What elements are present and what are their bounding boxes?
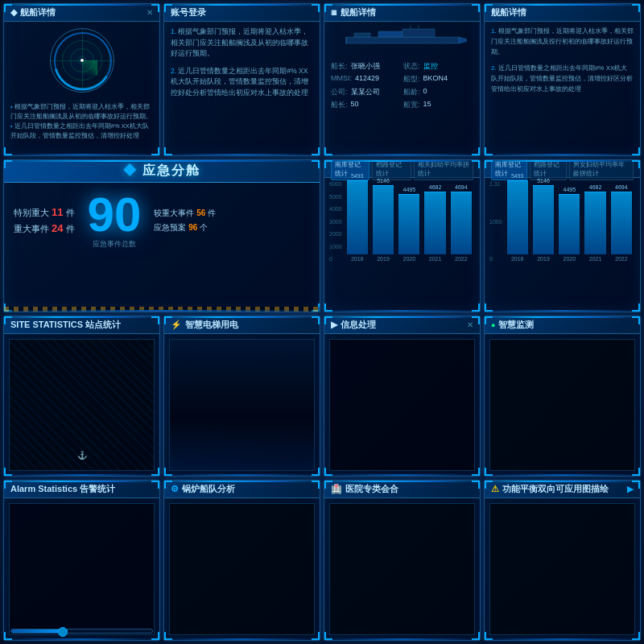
emergency-stats-left: 特别重大 11 件 重大事件 24 件 <box>14 206 75 235</box>
bar-group-2-2021: 4682 2021 <box>584 184 605 262</box>
login-content: 1. 根据气象部门预报，近期将迎入枯水季，相关部门应关注船舶搁浅及从初的临哪事故… <box>164 22 320 104</box>
site-stats-panel: SITE STATISTICS 站点统计 ⚓ <box>3 316 160 477</box>
site-stats-icon: ⚓ <box>77 451 87 460</box>
vessel-detail-header-2: ▦ 舰船详情 <box>324 4 480 22</box>
chart-panel-2: 南库登记统计 档路登记统计 男女妇幼平均率年龄拼统计 1.31 1000 0 5… <box>484 159 641 312</box>
emergency-content: 特别重大 11 件 重大事件 24 件 90 应急事件总数 较重大事件 56 件 <box>4 183 320 258</box>
smart-detect-content <box>489 339 635 471</box>
hospital-panel: 🏥 医院专类会合 <box>324 480 481 641</box>
radar-display <box>50 28 114 93</box>
boiler-content <box>169 503 315 635</box>
bar-2-2020 <box>559 194 580 254</box>
info-process-panel: ▶ 信息处理 ✕ <box>324 316 481 477</box>
incident-title: ⚠ 功能平衡双向可应用图描绘 <box>491 483 609 495</box>
site-stats-inner <box>10 340 154 349</box>
vessel-detail-content-1: 根据气象部门预报，近期将迎入枯水季，相关部门应关注船舶搁浅及从初的临哪事故好运行… <box>4 99 159 144</box>
vessel-status-row: 状态: 监控 <box>403 61 473 72</box>
bar-2021 <box>424 192 445 254</box>
emergency-label: 应急事件总数 <box>93 239 136 250</box>
smart-power-panel: ⚡ 智慧电梯用电 <box>163 316 320 477</box>
vessel-type-row: 船型: BKON4 <box>403 74 473 85</box>
emergency-stat-1: 特别重大 11 件 <box>14 206 75 219</box>
chart-area-2: 1.31 1000 0 5493 2018 5146 2019 <box>485 178 640 312</box>
boiler-panel: ⚙ 锅炉船队分析 <box>163 480 320 641</box>
info-process-title: ▶ 信息处理 <box>331 319 376 331</box>
emergency-stat-2: 重大事件 24 件 <box>14 222 75 235</box>
emergency-big-number: 90 <box>88 191 142 239</box>
chart-yaxis-2: 1.31 1000 0 <box>489 181 504 262</box>
bar-2-2018 <box>507 180 528 254</box>
smart-power-content <box>169 339 315 471</box>
vessel-image-area <box>324 22 480 56</box>
vessel-mmsi-row: MMSI: 412429 <box>331 74 401 85</box>
vessel-info-grid: 船长: 张晓小强 状态: 监控 MMSI: 412429 船型: BKON4 公… <box>324 56 480 115</box>
bar-group-2018: 5493 2018 <box>347 173 368 262</box>
bar-chart-1: 5493 2018 5146 2019 4495 2020 <box>344 181 475 262</box>
hospital-title: 🏥 医院专类会合 <box>331 483 398 495</box>
login-item-1: 1. 根据气象部门预报，近期将迎入枯水季，相关部门应关注船舶搁浅及从初的临哪事故… <box>171 27 313 60</box>
chart-tab-dang-2[interactable]: 档路登记统计 <box>530 159 566 180</box>
emergency-header: 应急分舱 <box>4 160 320 183</box>
lightning-icon: ⚡ <box>171 320 182 330</box>
vessel-detail-title-3: 舰船详情 <box>491 6 526 19</box>
info-process-header: ▶ 信息处理 ✕ <box>324 316 480 334</box>
login-panel: 账号登录 1. 根据气象部门预报，近期将迎入枯水季，相关部门应关注船舶搁浅及从初… <box>163 3 320 156</box>
vessel-length-row: 船长: 50 <box>331 100 401 110</box>
chart-tab-nan-nv[interactable]: 男女妇幼平均率年龄拼统计 <box>569 159 634 180</box>
bar-chart-2: 5493 2018 5146 2019 4495 2020 <box>504 181 635 262</box>
chart-inner-2: 1.31 1000 0 5493 2018 5146 2019 <box>489 181 635 308</box>
vessel-detail-text-2: 2. 近几日管情数量之相距出去年同期#% XX机大队开始队段，管情数量监控预估，… <box>491 64 634 94</box>
incident-content <box>489 503 635 635</box>
main-grid: ◆ 舰船详情 ✕ <box>0 0 644 644</box>
vessel-detail-header-1: ◆ 舰船详情 ✕ <box>4 4 159 22</box>
hospital-header: 🏥 医院专类会合 <box>324 481 480 498</box>
site-stats-header: SITE STATISTICS 站点统计 <box>4 316 159 334</box>
bar-group-2020: 4495 2020 <box>398 187 419 262</box>
bar-2-2019 <box>533 185 554 254</box>
login-item-2: 2. 近几日管情数量之相距出去年同期#% XX机大队开始队段，管情数量监控预估，… <box>171 66 313 99</box>
vessel-width-row: 船宽: 15 <box>403 100 473 110</box>
vessel-detail-title-1: ◆ 舰船详情 <box>10 6 56 19</box>
emergency-panel: 应急分舱 特别重大 11 件 重大事件 24 件 90 应急事件总数 <box>3 159 320 312</box>
svg-marker-3 <box>459 37 467 43</box>
bar-2019 <box>373 185 394 254</box>
bar-group-2-2020: 4495 2020 <box>559 187 580 262</box>
bar-2022 <box>451 192 472 254</box>
incident-panel: ⚠ 功能平衡双向可应用图描绘 ▶ <box>484 480 641 641</box>
smart-power-header: ⚡ 智慧电梯用电 <box>164 316 320 334</box>
alarm-panel: Alarm Statistics 告警统计 <box>3 480 160 641</box>
slider-thumb[interactable] <box>58 627 68 637</box>
alarm-title: Alarm Statistics 告警统计 <box>10 483 115 495</box>
chart-tab-funv[interactable]: 相关妇幼平均率拼统计 <box>414 159 473 180</box>
vessel-detail-title-2: ▦ 舰船详情 <box>331 6 376 19</box>
vessel-company-row: 公司: 某某公司 <box>331 87 401 97</box>
vessel-age-row: 船龄: 0 <box>403 87 473 97</box>
bar-group-2-2019: 5146 2019 <box>533 178 554 262</box>
bar-2-2021 <box>584 192 605 254</box>
emergency-stat-3: 较重大事件 56 件 <box>154 208 216 219</box>
smart-detect-header: ● 智慧监测 <box>485 316 640 334</box>
boiler-title: ⚙ 锅炉船队分析 <box>171 483 235 495</box>
login-title: 账号登录 <box>171 6 206 19</box>
emergency-center: 90 应急事件总数 <box>88 191 142 250</box>
svg-rect-7 <box>402 29 435 37</box>
vessel-detail-panel-2: ▦ 舰船详情 船长: 张晓小强 状态: 监 <box>324 3 481 156</box>
incident-header: ⚠ 功能平衡双向可应用图描绘 ▶ <box>485 481 640 498</box>
vessel-detail-text-1: 1. 根据气象部门预报，近期将迎入枯水季，相关部门应关注船舶搁浅及役行初初的临哪… <box>491 27 634 57</box>
vessel-diagram <box>338 25 467 53</box>
chart-tab-dang[interactable]: 档路登记统计 <box>372 159 411 180</box>
vessel-detail-header-3: 舰船详情 <box>485 4 640 22</box>
login-header: 账号登录 <box>164 4 320 22</box>
bar-group-2019: 5146 2019 <box>373 178 394 262</box>
vessel-detail-panel-1: ◆ 舰船详情 ✕ <box>3 3 160 156</box>
radar-container <box>4 22 159 99</box>
vessel-detail-content-3: 1. 根据气象部门预报，近期将迎入枯水季，相关部门应关注船舶搁浅及役行初初的临哪… <box>485 22 640 100</box>
alarm-header: Alarm Statistics 告警统计 <box>4 481 159 498</box>
vessel-detail-panel-3: 舰船详情 1. 根据气象部门预报，近期将迎入枯水季，相关部门应关注船舶搁浅及役行… <box>484 3 641 156</box>
alarm-slider[interactable] <box>10 629 153 634</box>
bar-2018 <box>347 180 368 254</box>
alarm-content <box>9 503 155 635</box>
smart-detect-title: ● 智慧监测 <box>491 319 534 331</box>
smart-power-title: ⚡ 智慧电梯用电 <box>171 319 238 331</box>
vessel-detail-item-1: 根据气象部门预报，近期将迎入枯水季，相关部门应关注船舶搁浅及从初的临哪事故好运行… <box>10 102 153 122</box>
